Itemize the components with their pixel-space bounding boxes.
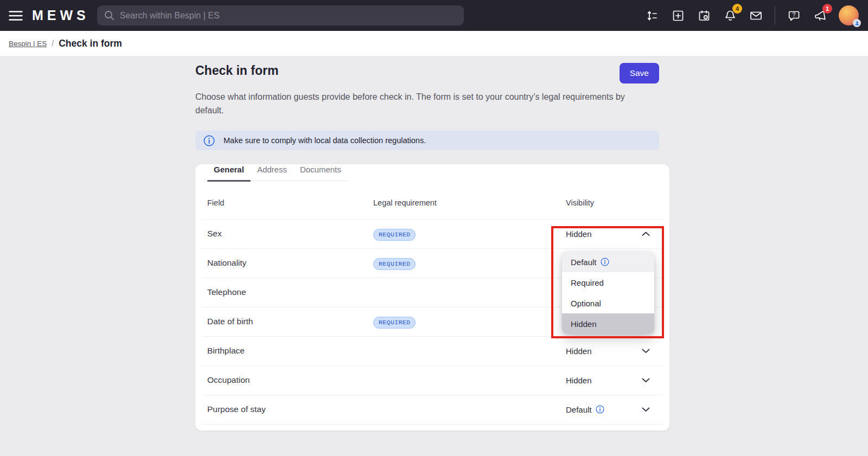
whats-new-badge: 1	[822, 4, 832, 14]
sort-order-button[interactable]	[644, 8, 659, 23]
topbar-actions: 4 ? 1	[644, 5, 868, 25]
create-new-button[interactable]	[671, 8, 685, 23]
visibility-select[interactable]: Hidden	[566, 376, 658, 385]
tab-general[interactable]: General	[207, 164, 251, 181]
field-label: Purpose of stay	[207, 404, 373, 414]
breadcrumb: Bespin | ES / Check in form	[0, 31, 868, 56]
plus-square-icon	[672, 9, 685, 22]
sort-height-icon	[646, 9, 659, 22]
notifications-button[interactable]: 4	[723, 8, 737, 23]
visibility-value: Hidden	[566, 229, 592, 239]
user-avatar[interactable]	[839, 5, 859, 25]
calendar-eye-icon	[698, 9, 711, 22]
column-header-field: Field	[207, 198, 373, 207]
column-header-legal-requirement: Legal requirement	[373, 198, 566, 207]
field-label: Telephone	[207, 287, 373, 297]
dropdown-option[interactable]: Hidden	[562, 313, 654, 334]
field-label: Sex	[207, 229, 373, 239]
required-badge: REQUIRED	[373, 229, 416, 241]
notifications-badge: 4	[732, 4, 742, 14]
field-label: Nationality	[207, 258, 373, 268]
visibility-select[interactable]: Default	[566, 405, 658, 414]
tab-address[interactable]: Address	[251, 164, 293, 181]
visibility-dropdown-menu: Default Required Optional Hidden	[562, 252, 654, 334]
dropdown-option-label: Required	[571, 278, 604, 287]
hamburger-icon	[9, 10, 23, 21]
table-header: Field Legal requirement Visibility	[195, 181, 669, 219]
chevron-up-icon	[642, 232, 650, 236]
user-status-icon	[853, 19, 861, 27]
availability-button[interactable]	[697, 8, 711, 23]
visibility-value: Hidden	[566, 376, 592, 385]
table-row: Occupation Hidden	[195, 365, 669, 395]
info-icon	[601, 258, 609, 266]
visibility-value: Default	[566, 405, 592, 414]
svg-text:?: ?	[792, 11, 795, 18]
info-icon	[596, 405, 604, 414]
table-row: Sex REQUIRED Hidden	[195, 219, 669, 248]
visibility-select[interactable]: Hidden	[566, 346, 658, 356]
page-description: Choose what information guests provide b…	[195, 90, 627, 117]
visibility-value: Hidden	[566, 346, 592, 356]
chevron-down-icon	[642, 378, 650, 383]
topbar: MEWS 4	[0, 0, 868, 31]
menu-button[interactable]	[8, 8, 23, 23]
messages-button[interactable]	[749, 8, 763, 23]
breadcrumb-separator: /	[52, 39, 54, 48]
required-badge: REQUIRED	[373, 317, 416, 329]
dropdown-option-label: Optional	[571, 299, 601, 308]
visibility-select[interactable]: Hidden	[566, 229, 658, 239]
dropdown-option-label: Hidden	[571, 319, 597, 329]
compliance-banner: Make sure to comply with local data coll…	[195, 131, 659, 150]
info-circle-icon	[203, 135, 215, 146]
envelope-icon	[749, 9, 763, 22]
page-title: Check in form	[195, 63, 278, 78]
mews-logo[interactable]: MEWS	[32, 8, 90, 23]
dropdown-option[interactable]: Required	[562, 272, 654, 293]
help-button[interactable]: ?	[787, 8, 801, 23]
chevron-down-icon	[642, 407, 650, 412]
required-badge: REQUIRED	[373, 258, 416, 270]
tab-strip: General Address Documents	[207, 164, 348, 181]
dropdown-option-label: Default	[571, 258, 597, 267]
dropdown-option[interactable]: Optional	[562, 293, 654, 313]
page-title-breadcrumb: Check in form	[59, 38, 122, 49]
field-label: Occupation	[207, 375, 373, 385]
help-bubble-icon: ?	[788, 9, 801, 22]
topbar-divider	[775, 7, 775, 25]
global-search[interactable]	[97, 5, 464, 25]
field-label: Birthplace	[207, 346, 373, 356]
search-input[interactable]	[120, 11, 457, 21]
column-header-visibility: Visibility	[566, 198, 658, 207]
breadcrumb-property-link[interactable]: Bespin | ES	[9, 40, 47, 48]
table-row: Purpose of stay Default	[195, 395, 669, 424]
whats-new-button[interactable]: 1	[813, 8, 827, 23]
dropdown-option[interactable]: Default	[562, 252, 654, 272]
banner-text: Make sure to comply with local data coll…	[224, 136, 426, 145]
field-label: Date of birth	[207, 317, 373, 326]
tab-documents[interactable]: Documents	[293, 164, 348, 181]
content-area: Check in form Save Choose what informati…	[0, 56, 868, 456]
search-icon	[104, 10, 114, 21]
save-button[interactable]: Save	[620, 63, 659, 84]
chevron-down-icon	[642, 349, 650, 354]
card-footer	[195, 424, 669, 431]
table-row: Birthplace Hidden	[195, 336, 669, 365]
